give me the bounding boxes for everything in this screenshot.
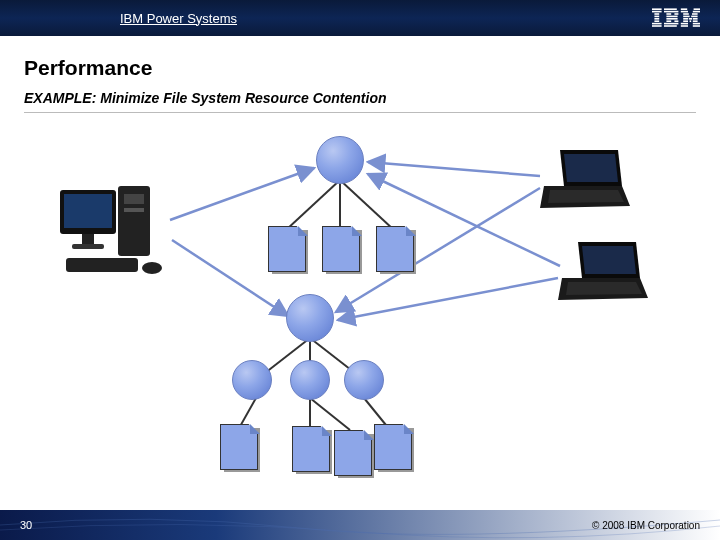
svg-line-36 [286, 180, 340, 230]
svg-rect-2 [654, 13, 659, 15]
svg-rect-13 [666, 18, 677, 20]
svg-rect-34 [681, 25, 688, 27]
svg-rect-35 [693, 25, 700, 27]
tree-child-node [232, 360, 272, 400]
document-node [292, 426, 328, 470]
svg-rect-21 [693, 11, 700, 13]
svg-rect-18 [681, 8, 687, 10]
svg-rect-24 [683, 16, 689, 18]
document-node [374, 424, 410, 468]
svg-rect-30 [690, 20, 692, 22]
tree-root-node [316, 136, 364, 184]
svg-line-46 [170, 168, 314, 220]
laptop-icon [558, 240, 650, 302]
svg-rect-53 [124, 194, 144, 204]
svg-rect-19 [694, 8, 700, 10]
svg-rect-22 [683, 13, 689, 15]
svg-rect-54 [124, 208, 144, 212]
svg-rect-16 [664, 23, 678, 25]
svg-rect-15 [674, 20, 678, 22]
svg-rect-10 [666, 13, 671, 15]
svg-rect-26 [683, 18, 688, 20]
svg-rect-1 [652, 11, 662, 13]
svg-rect-4 [654, 18, 659, 20]
svg-rect-3 [654, 16, 659, 18]
tree-root-node [286, 294, 334, 342]
svg-rect-6 [652, 23, 662, 25]
svg-rect-28 [693, 18, 698, 20]
svg-rect-0 [652, 8, 662, 10]
svg-rect-23 [692, 13, 698, 15]
header-bar: IBM Power Systems [0, 0, 720, 36]
svg-rect-58 [72, 244, 104, 249]
document-node [334, 430, 370, 474]
tree-child-node [344, 360, 384, 400]
svg-rect-5 [654, 20, 659, 22]
svg-rect-25 [691, 16, 697, 18]
svg-line-51 [338, 278, 558, 320]
svg-rect-20 [681, 11, 688, 13]
svg-rect-31 [693, 20, 698, 22]
svg-rect-14 [666, 20, 671, 22]
svg-rect-33 [693, 23, 700, 25]
svg-rect-56 [64, 194, 112, 228]
svg-line-38 [340, 180, 394, 230]
document-node [322, 226, 358, 270]
document-node [220, 424, 256, 468]
svg-rect-32 [681, 23, 688, 25]
footer-bar: 30 © 2008 IBM Corporation [0, 510, 720, 540]
svg-rect-57 [82, 234, 94, 244]
svg-rect-27 [689, 18, 692, 20]
desktop-computer-icon [60, 180, 170, 280]
page-title: Performance [24, 56, 696, 80]
tree-child-node [290, 360, 330, 400]
document-node [268, 226, 304, 270]
svg-line-48 [368, 162, 540, 176]
svg-rect-9 [664, 11, 678, 13]
laptop-icon [540, 148, 632, 210]
diagram [0, 80, 720, 480]
svg-rect-8 [664, 8, 677, 10]
svg-rect-11 [674, 13, 678, 15]
document-node [376, 226, 412, 270]
svg-rect-7 [652, 25, 662, 27]
copyright-text: © 2008 IBM Corporation [592, 520, 700, 531]
svg-rect-12 [666, 16, 677, 18]
svg-rect-59 [66, 258, 138, 272]
svg-rect-17 [664, 25, 677, 27]
svg-point-60 [142, 262, 162, 274]
ibm-logo [652, 8, 700, 32]
svg-rect-29 [683, 20, 688, 22]
page-number: 30 [20, 519, 32, 531]
header-title: IBM Power Systems [120, 11, 237, 26]
